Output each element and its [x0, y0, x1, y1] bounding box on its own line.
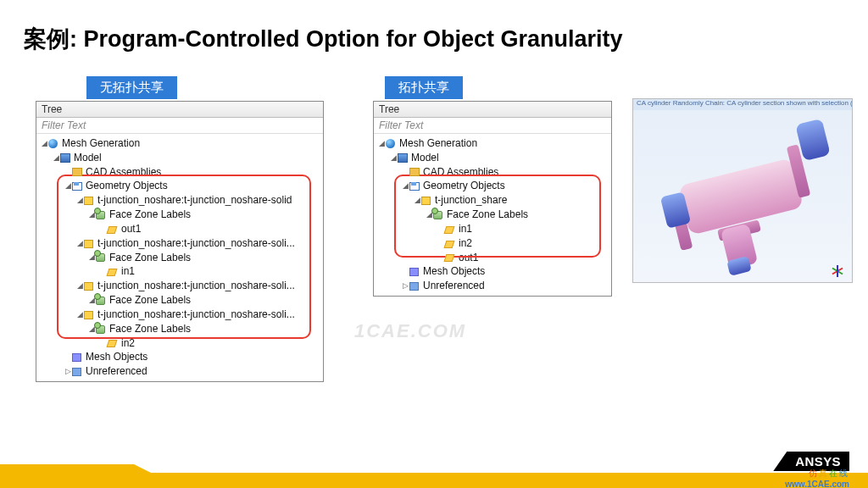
tree-node-root[interactable]: ◢Mesh Generation	[376, 136, 611, 150]
tree-node-item[interactable]: ◢t-junction_noshare:t-junction_noshare-s…	[38, 192, 323, 207]
tree-node-fz[interactable]: ◢Face Zone Labels	[38, 321, 323, 336]
collapse-icon[interactable]: ◢	[52, 151, 60, 164]
tree-node-item[interactable]: ◢t-junction_share	[376, 192, 611, 207]
facezone-icon	[96, 297, 105, 305]
unref-icon	[409, 282, 419, 291]
geometry-viewer[interactable]: CA cylinder Randomly Chain: CA cylinder …	[632, 98, 853, 283]
viewer-caption: CA cylinder Randomly Chain: CA cylinder …	[633, 99, 852, 110]
collapse-icon[interactable]: ◢	[64, 179, 72, 192]
geometry-icon	[409, 182, 420, 191]
part-icon	[84, 311, 93, 319]
tree-node-leaf[interactable]: in1	[376, 221, 611, 236]
filter-input[interactable]: Filter Text	[36, 118, 323, 134]
panel-share: 拓扑共享 Tree Filter Text ◢Mesh Generation ◢…	[373, 76, 612, 297]
tree-node-model[interactable]: ◢Model	[38, 150, 323, 164]
collapse-icon[interactable]: ◢	[75, 193, 84, 207]
panel-no-share: 无拓扑共享 Tree Filter Text ◢Mesh Generation …	[36, 76, 324, 382]
globe-icon	[386, 139, 395, 148]
part-icon	[84, 197, 93, 205]
watermark-center: 1CAE.COM	[354, 320, 466, 342]
collapse-icon[interactable]: ◢	[75, 236, 84, 250]
facezone-icon	[433, 211, 442, 219]
tree-header: Tree	[374, 102, 611, 118]
tree-node-item[interactable]: ◢t-junction_noshare:t-junction_noshare-s…	[38, 307, 323, 321]
watermark-cn: 仿真在线	[809, 468, 849, 480]
tree-node-leaf[interactable]: in2	[376, 236, 611, 250]
assembly-icon	[72, 168, 82, 176]
globe-icon	[48, 139, 58, 148]
part-icon	[421, 197, 431, 205]
tree-header: Tree	[36, 102, 323, 118]
tree-node-mesh[interactable]: Mesh Objects	[38, 349, 323, 363]
zone-icon	[444, 241, 455, 248]
mesh-icon	[72, 353, 81, 362]
assembly-icon	[409, 168, 420, 176]
tree-node-geometry[interactable]: ◢Geometry Objects	[376, 178, 611, 192]
mesh-icon	[409, 268, 419, 276]
tree-node-leaf[interactable]: out1	[376, 250, 611, 264]
collapse-icon[interactable]: ◢	[377, 136, 386, 150]
part-icon	[84, 282, 93, 291]
zone-icon	[107, 226, 118, 234]
tree-node-fz[interactable]: ◢Face Zone Labels	[38, 207, 323, 221]
gold-accent	[134, 464, 151, 473]
content-area: 无拓扑共享 Tree Filter Text ◢Mesh Generation …	[0, 76, 868, 441]
zone-icon	[444, 254, 455, 262]
collapse-icon[interactable]: ◢	[389, 151, 398, 164]
facezone-icon	[96, 253, 105, 262]
tree-node-item[interactable]: ◢t-junction_noshare:t-junction_noshare-s…	[38, 278, 323, 292]
zone-icon	[107, 269, 118, 276]
tree-node-model[interactable]: ◢Model	[376, 150, 611, 164]
collapse-icon[interactable]: ◢	[401, 179, 409, 192]
tree-panel-left[interactable]: Tree Filter Text ◢Mesh Generation ◢Model…	[36, 101, 324, 382]
collapse-icon[interactable]: ◢	[413, 193, 421, 207]
facezone-icon	[96, 325, 105, 334]
tree-panel-right[interactable]: Tree Filter Text ◢Mesh Generation ◢Model…	[373, 101, 612, 297]
tree-node-fz[interactable]: ◢Face Zone Labels	[38, 292, 323, 307]
gold-bar	[0, 473, 868, 488]
tree-node-item[interactable]: ◢t-junction_noshare:t-junction_noshare-s…	[38, 236, 323, 250]
tree-node-fz[interactable]: ◢Face Zone Labels	[38, 250, 323, 264]
collapse-icon[interactable]: ◢	[40, 136, 48, 150]
axis-z-icon	[837, 265, 838, 277]
tree-node-leaf[interactable]: in1	[38, 263, 323, 278]
tree-node-mesh[interactable]: Mesh Objects	[376, 263, 611, 278]
slide-title: 案例: Program-Controlled Option for Object…	[0, 0, 868, 54]
tree-node-unref[interactable]: ▷Unreferenced	[376, 278, 611, 292]
tree-node-geometry[interactable]: ◢Geometry Objects	[38, 178, 323, 192]
model-icon	[60, 153, 70, 163]
tree-node-cad[interactable]: CAD Assemblies	[38, 164, 323, 179]
watermark-url: www.1CAE.com	[785, 480, 849, 488]
zone-icon	[107, 340, 118, 347]
tree-node-cad[interactable]: CAD Assemblies	[376, 164, 611, 179]
expand-icon[interactable]: ▷	[64, 364, 72, 378]
tag-no-share: 无拓扑共享	[86, 76, 177, 99]
tree-node-unref[interactable]: ▷Unreferenced	[38, 363, 323, 378]
footer: ANSYS 仿真在线 www.1CAE.com	[0, 456, 868, 488]
gold-accent	[0, 464, 134, 473]
tree-node-leaf[interactable]: out1	[38, 221, 323, 236]
collapse-icon[interactable]: ◢	[75, 308, 84, 321]
part-icon	[84, 240, 93, 248]
axis-triad[interactable]	[821, 255, 847, 277]
tree-body-left: ◢Mesh Generation ◢Model CAD Assemblies ◢…	[36, 134, 323, 381]
tree-node-root[interactable]: ◢Mesh Generation	[38, 136, 323, 150]
geometry-icon	[72, 182, 82, 191]
unref-icon	[72, 368, 81, 376]
tree-node-leaf[interactable]: in2	[38, 336, 323, 350]
facezone-icon	[96, 211, 105, 219]
expand-icon[interactable]: ▷	[401, 279, 409, 292]
model-icon	[398, 153, 408, 163]
filter-input[interactable]: Filter Text	[374, 118, 611, 134]
zone-icon	[444, 226, 455, 234]
tree-node-fz[interactable]: ◢Face Zone Labels	[376, 207, 611, 221]
collapse-icon[interactable]: ◢	[75, 279, 84, 292]
tag-share: 拓扑共享	[385, 76, 463, 99]
tree-body-right: ◢Mesh Generation ◢Model CAD Assemblies ◢…	[374, 134, 611, 296]
